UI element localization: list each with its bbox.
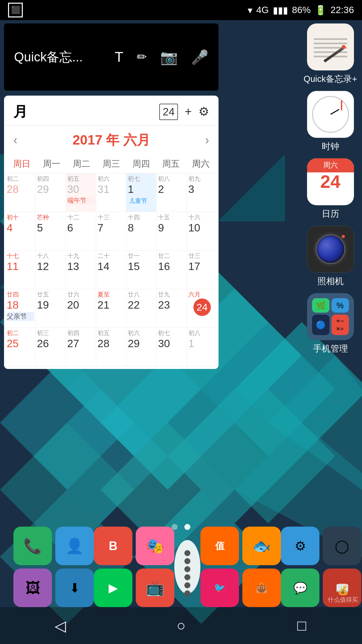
weekday-wed: 周三: [96, 155, 126, 173]
app-manager-container[interactable]: 🌿 % 🔵 +−×÷ 手机管理: [303, 293, 358, 355]
cal-cell-8[interactable]: 十四 8: [126, 212, 157, 251]
cal-cell-28b[interactable]: 初五 28: [96, 328, 126, 366]
app-calendar-container[interactable]: 周六 24 日历: [303, 158, 358, 220]
microphone-icon[interactable]: 🎤: [191, 49, 208, 65]
cal-cell-29[interactable]: 初四 29: [36, 173, 66, 212]
day-18: 18: [7, 299, 34, 311]
cal-cell-20[interactable]: 廿六 20: [66, 289, 96, 328]
cal-cell-21[interactable]: 夏至 21: [96, 289, 126, 328]
battery-percent: 86%: [292, 5, 311, 15]
cal-cell-3[interactable]: 初九 3: [187, 173, 217, 212]
cal-cell-22[interactable]: 廿八 22: [126, 289, 157, 328]
wifi-icon: ▾: [248, 5, 252, 16]
calendar-weekdays: 周日 周一 周二 周三 周四 周五 周六: [4, 155, 219, 173]
cal-cell-14[interactable]: 二十 14: [96, 251, 126, 289]
dock-app-wechat[interactable]: 💬: [281, 569, 319, 607]
cal-cell-4[interactable]: 初十 4: [5, 212, 36, 251]
cal-cell-27[interactable]: 初四 27: [66, 328, 96, 366]
cal-cell-1b[interactable]: 初八 1: [187, 328, 217, 366]
cal-cell-17[interactable]: 廿三 17: [187, 251, 217, 289]
lunar-28: 初二: [7, 175, 34, 183]
calendar-date-icon[interactable]: 24: [159, 104, 178, 120]
dock-center-button[interactable]: [174, 540, 200, 594]
dock-app-tv[interactable]: 📺: [136, 569, 174, 607]
cal-cell-5[interactable]: 芒种 5: [36, 212, 66, 251]
app-camera-container[interactable]: 照相机: [303, 226, 358, 287]
calendar-settings-icon[interactable]: ⚙: [198, 105, 209, 119]
cal-cell-7[interactable]: 十三 7: [96, 212, 126, 251]
pencil-icon[interactable]: ✏: [137, 50, 147, 64]
cal-cell-2[interactable]: 初八 2: [157, 173, 187, 212]
lunar-13: 十九: [67, 253, 95, 260]
dock-app-smzdm[interactable]: 值: [200, 527, 239, 565]
cal-cell-10[interactable]: 十六 10: [187, 212, 217, 251]
cal-cell-31[interactable]: 初六 31: [96, 173, 126, 212]
cal-cell-28[interactable]: 初二 28: [5, 173, 36, 212]
day-25: 25: [7, 337, 34, 350]
cal-cell-13[interactable]: 十九 13: [66, 251, 96, 289]
day-31: 31: [98, 183, 125, 196]
app-camera-icon[interactable]: [307, 226, 354, 273]
day-24-today: 24: [193, 299, 211, 316]
dock-app-gallery[interactable]: 🖼: [13, 569, 52, 607]
recent-button[interactable]: □: [288, 612, 315, 639]
app-clock-icon[interactable]: [307, 91, 354, 138]
app-manager-icon[interactable]: 🌿 % 🔵 +−×÷: [307, 293, 354, 340]
cal-cell-18[interactable]: 廿四 18 父亲节: [5, 289, 36, 328]
dock-app-bilibili[interactable]: B: [94, 527, 132, 565]
app-camera-label: 照相机: [317, 275, 344, 287]
dock-app-download[interactable]: ⬇: [55, 569, 94, 607]
dock-app-xianyu[interactable]: 🐟: [242, 527, 281, 565]
lunar-20: 廿六: [67, 291, 95, 299]
lunar-3: 初九: [188, 175, 216, 183]
lunar-27: 初四: [67, 330, 95, 337]
day-15: 15: [128, 260, 155, 273]
app-quick-note-icon[interactable]: [307, 23, 354, 70]
cal-cell-15[interactable]: 廿一 15: [126, 251, 157, 289]
cal-cell-30[interactable]: 初五 30 端午节: [66, 173, 96, 212]
day-30b: 30: [158, 337, 185, 350]
cal-cell-12[interactable]: 十八 12: [36, 251, 66, 289]
cal-cell-24[interactable]: 六月 24: [187, 289, 217, 328]
cal-cell-19[interactable]: 廿五 19: [36, 289, 66, 328]
cal-cell-6[interactable]: 十二 6: [66, 212, 96, 251]
quick-note-widget[interactable]: Quick备忘... T ✏ 📷 🎤: [4, 23, 219, 91]
home-button[interactable]: ○: [168, 612, 194, 639]
cal-cell-11[interactable]: 十七 11: [5, 251, 36, 289]
app-quick-note-container[interactable]: Quick备忘录+: [303, 23, 358, 85]
lunar-2: 初八: [158, 175, 185, 183]
lunar-14: 二十: [98, 253, 125, 260]
dock-app-contacts[interactable]: 👤: [55, 527, 94, 565]
dock-app-anime[interactable]: 🎭: [136, 527, 174, 565]
dock-app-taobao[interactable]: 👜: [242, 569, 281, 607]
text-icon[interactable]: T: [115, 49, 123, 65]
cal-cell-25[interactable]: 初二 25: [5, 328, 36, 366]
cal-cell-23[interactable]: 廿九 23: [157, 289, 187, 328]
cal-cell-9[interactable]: 十五 9: [157, 212, 187, 251]
weekday-sat: 周六: [186, 155, 216, 173]
next-month-button[interactable]: ›: [205, 133, 209, 147]
cal-cell-1[interactable]: 初七 1 儿童节: [126, 173, 157, 212]
dock-dot-6: [184, 590, 190, 596]
dock-app-phone[interactable]: 📞: [13, 527, 52, 565]
app-clock-container[interactable]: 时钟: [303, 91, 358, 152]
dock-app-settings[interactable]: ⚙: [281, 527, 319, 565]
camera-icon[interactable]: 📷: [160, 49, 178, 65]
back-button[interactable]: ◁: [47, 612, 74, 639]
cal-cell-29b[interactable]: 初六 29: [126, 328, 157, 366]
day-16: 16: [158, 260, 185, 273]
weekday-fri: 周五: [156, 155, 186, 173]
lunar-16: 廿二: [158, 253, 185, 260]
cal-cell-30b[interactable]: 初七 30: [157, 328, 187, 366]
cal-cell-26[interactable]: 初三 26: [36, 328, 66, 366]
dock-app-browser[interactable]: ◯: [323, 527, 361, 565]
dock-app-iqiyi[interactable]: ▶: [94, 569, 132, 607]
event-duanwu: 端午节: [67, 196, 95, 205]
calendar-add-icon[interactable]: +: [185, 105, 192, 119]
app-calendar-icon[interactable]: 周六 24: [307, 158, 354, 205]
prev-month-button[interactable]: ‹: [13, 133, 17, 147]
day-26: 26: [37, 337, 64, 350]
cal-cell-16[interactable]: 廿二 16: [157, 251, 187, 289]
dock-app-mogujie[interactable]: 🐦: [200, 569, 239, 607]
day-21: 21: [98, 299, 125, 311]
